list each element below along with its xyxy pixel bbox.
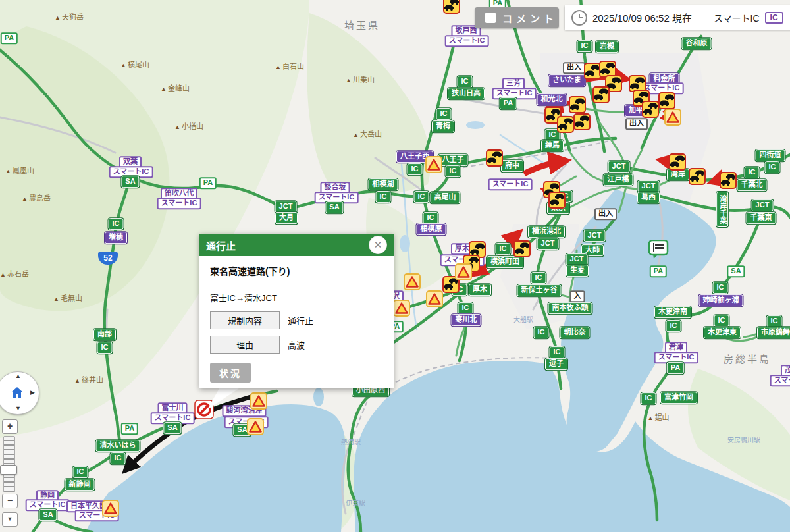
mountain-icon: ▲ [55, 14, 61, 21]
map-badge: IC [446, 165, 461, 177]
map-badge: 厚木 [469, 284, 491, 296]
map-badge: IC [714, 315, 729, 327]
caution-icon[interactable] [393, 300, 410, 319]
station-label: 安房鴨川駅 [727, 435, 760, 444]
map-badge: PA [667, 362, 684, 374]
map-badge: PA [121, 423, 138, 435]
map-badge: IC [376, 191, 391, 203]
traffic-jam-icon[interactable] [592, 86, 610, 106]
comment-label: コメント [502, 11, 558, 25]
divider [704, 10, 704, 26]
wind-info-bubble-icon[interactable] [648, 240, 669, 262]
caution-icon[interactable] [425, 156, 442, 176]
popup-close-button[interactable]: ✕ [369, 236, 387, 254]
mountain-label: ▲川乗山 [346, 74, 375, 84]
map-badge: 葛西 [637, 192, 660, 203]
map-badge: IC [641, 392, 656, 404]
traffic-jam-icon[interactable] [443, 0, 460, 16]
popup-title: 通行止 [206, 238, 236, 252]
regulation-popup: 通行止 ✕ 東名高速道路(下り) 富士IC→清水JCT 規制内容 通行止 理由 … [199, 234, 394, 388]
map-badge: スマートIC [770, 375, 790, 386]
comment-checkbox[interactable] [485, 13, 496, 23]
map-badge: 入 [570, 290, 585, 302]
mountain-label: ▲小楢山 [174, 120, 203, 131]
map-badge: IC [408, 163, 423, 175]
pan-up-arrow[interactable]: ▲ [15, 373, 21, 379]
traffic-jam-icon[interactable] [573, 113, 591, 133]
map-badge: 江戸橋 [604, 174, 633, 186]
mountain-icon: ▲ [648, 415, 654, 421]
comment-toggle-button[interactable]: コメント [475, 7, 559, 28]
traffic-jam-icon[interactable] [514, 240, 531, 260]
caution-icon[interactable] [102, 500, 119, 519]
mountain-icon: ▲ [353, 132, 359, 138]
map-badge: 清水いはら [96, 440, 140, 452]
caution-icon[interactable] [404, 273, 421, 293]
pan-down-arrow[interactable]: ▼ [15, 405, 21, 412]
map-badge: IC [97, 342, 113, 354]
mountain-icon: ▲ [174, 124, 180, 130]
mountain-icon: ▲ [0, 271, 6, 278]
mountain-icon: ▲ [161, 86, 167, 92]
popup-row-reason: 理由 高波 [210, 336, 383, 354]
traffic-jam-icon[interactable] [720, 172, 737, 192]
traffic-map-app: 埼玉県房総半島熱海駅伊東駅大船駅安房鴨川駅▲天狗岳▲横尾山▲金峰山▲小楢山▲白石… [0, 0, 790, 532]
caution-icon[interactable] [247, 418, 264, 438]
collapse-controls-button[interactable]: ▼ [2, 512, 18, 527]
map-badge: 横浜港北 [528, 226, 565, 238]
map-badge: IC [436, 108, 452, 120]
map-badge: 四街道 [756, 149, 785, 161]
map-badge: 南本牧ふ頭 [548, 302, 592, 314]
traffic-jam-icon[interactable] [669, 153, 686, 173]
status-button[interactable]: 状況 [210, 363, 251, 383]
zoom-in-button[interactable]: + [2, 419, 18, 434]
map-badge: SA [163, 422, 181, 434]
caution-icon[interactable] [250, 392, 267, 412]
map-badge: IC [458, 76, 473, 88]
map-badge: PA [650, 265, 667, 277]
map-badge: スマートIC [157, 198, 201, 209]
traffic-jam-icon[interactable] [642, 101, 659, 120]
map-badge: SA [727, 265, 745, 277]
road-closure-icon[interactable] [194, 400, 214, 422]
map-badge: 逗子 [545, 358, 567, 370]
mountain-icon: ▲ [22, 196, 28, 202]
map-badge: IC [534, 327, 549, 338]
zoom-slider-track[interactable] [3, 436, 15, 492]
mountain-icon: ▲ [275, 64, 281, 70]
mountain-label: ▲白石山 [275, 61, 304, 71]
pan-right-arrow[interactable]: ▶ [30, 389, 35, 396]
caution-icon[interactable] [664, 109, 681, 128]
map-badge: IC [458, 302, 473, 314]
mountain-label: ▲横尾山 [120, 59, 149, 69]
info-bar: 2025/10/09 06:52 現在 スマートIC IC [565, 5, 790, 30]
map-badge: JCT [566, 253, 588, 265]
caution-icon[interactable] [426, 290, 443, 310]
map-badge: さいたま [548, 74, 585, 86]
traffic-jam-icon[interactable] [548, 192, 566, 211]
popup-divider [210, 284, 383, 284]
map-badge: JCT [537, 238, 559, 250]
map-badge: 寒川北 [452, 314, 481, 326]
map-badge: 練馬 [541, 140, 564, 151]
map-badge: PA [199, 177, 217, 189]
map-badge: SA [121, 176, 139, 188]
map-badge: 狭山日高 [448, 88, 485, 99]
zoom-slider-handle[interactable] [0, 465, 17, 475]
zoom-out-button[interactable]: − [2, 494, 18, 508]
mountain-label: ▲鋸山 [648, 412, 670, 422]
map-badge: IC [414, 191, 429, 203]
map-badge: SA [325, 201, 343, 213]
popup-header: 通行止 ✕ [199, 234, 394, 256]
traffic-jam-icon[interactable] [557, 116, 574, 136]
home-button[interactable] [7, 383, 27, 402]
map-badge: JCT [638, 180, 660, 192]
caution-icon[interactable] [455, 263, 472, 283]
area-label: 埼玉県 [344, 18, 380, 32]
popup-body: 東名高速道路(下り) 富士IC→清水JCT 規制内容 通行止 理由 高波 状況 [199, 256, 394, 390]
map-badge: 岩槻 [596, 41, 618, 53]
traffic-jam-icon[interactable] [689, 168, 706, 188]
traffic-jam-icon[interactable] [486, 149, 503, 169]
map-badge: SA [39, 509, 57, 521]
map-badge: 湾岸千葉 [716, 192, 728, 227]
